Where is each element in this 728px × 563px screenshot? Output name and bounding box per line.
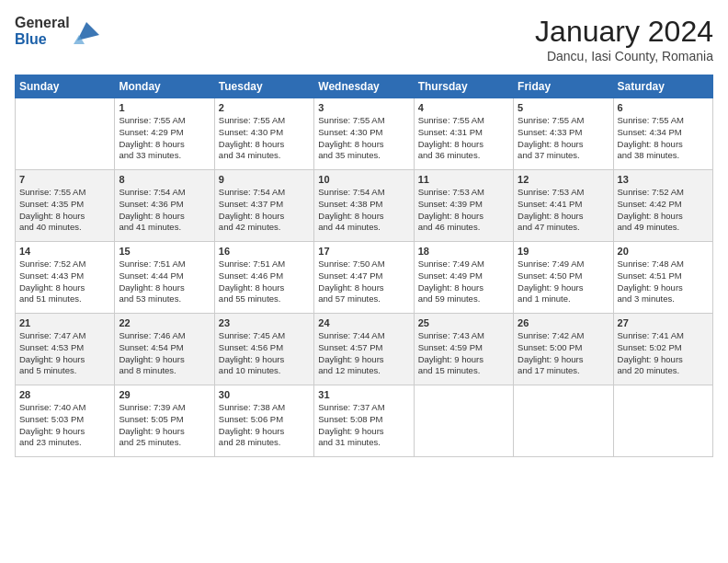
day-number: 24 <box>318 317 409 328</box>
calendar-cell: 3Sunrise: 7:55 AM Sunset: 4:30 PM Daylig… <box>314 98 414 170</box>
day-number: 1 <box>119 102 210 113</box>
location: Dancu, Iasi County, Romania <box>535 49 713 63</box>
calendar-cell <box>514 385 613 457</box>
calendar-cell: 12Sunrise: 7:53 AM Sunset: 4:41 PM Dayli… <box>514 170 613 242</box>
day-info: Sunrise: 7:47 AM Sunset: 4:53 PM Dayligh… <box>19 330 110 377</box>
day-info: Sunrise: 7:54 AM Sunset: 4:38 PM Dayligh… <box>318 187 409 234</box>
day-number: 13 <box>618 174 709 185</box>
calendar-week-5: 28Sunrise: 7:40 AM Sunset: 5:03 PM Dayli… <box>16 385 713 457</box>
day-number: 18 <box>418 246 509 257</box>
day-number: 25 <box>418 317 509 328</box>
day-info: Sunrise: 7:48 AM Sunset: 4:51 PM Dayligh… <box>618 259 709 305</box>
day-info: Sunrise: 7:52 AM Sunset: 4:43 PM Dayligh… <box>19 259 110 305</box>
day-number: 5 <box>518 102 609 113</box>
day-number: 10 <box>318 174 409 185</box>
logo-text-block: General Blue <box>15 15 99 48</box>
calendar-cell: 20Sunrise: 7:48 AM Sunset: 4:51 PM Dayli… <box>613 242 712 314</box>
calendar-cell: 22Sunrise: 7:46 AM Sunset: 4:54 PM Dayli… <box>115 314 214 385</box>
day-number: 16 <box>219 246 310 257</box>
calendar-cell <box>613 385 712 457</box>
col-monday: Monday <box>115 75 214 98</box>
day-info: Sunrise: 7:55 AM Sunset: 4:31 PM Dayligh… <box>418 115 509 162</box>
calendar-cell: 16Sunrise: 7:51 AM Sunset: 4:46 PM Dayli… <box>214 242 313 314</box>
day-info: Sunrise: 7:49 AM Sunset: 4:50 PM Dayligh… <box>518 259 609 305</box>
calendar-cell: 27Sunrise: 7:41 AM Sunset: 5:02 PM Dayli… <box>613 314 712 385</box>
calendar-cell <box>16 98 115 170</box>
day-number: 6 <box>618 102 709 113</box>
calendar-week-3: 14Sunrise: 7:52 AM Sunset: 4:43 PM Dayli… <box>16 242 713 314</box>
day-info: Sunrise: 7:45 AM Sunset: 4:56 PM Dayligh… <box>219 330 310 377</box>
calendar-cell: 18Sunrise: 7:49 AM Sunset: 4:49 PM Dayli… <box>414 242 513 314</box>
day-number: 21 <box>19 317 110 328</box>
calendar-cell: 1Sunrise: 7:55 AM Sunset: 4:29 PM Daylig… <box>115 98 214 170</box>
calendar-cell: 24Sunrise: 7:44 AM Sunset: 4:57 PM Dayli… <box>314 314 414 385</box>
calendar-cell: 6Sunrise: 7:55 AM Sunset: 4:34 PM Daylig… <box>613 98 712 170</box>
logo-wordmark: General Blue <box>15 15 70 48</box>
day-number: 2 <box>219 102 310 113</box>
day-info: Sunrise: 7:55 AM Sunset: 4:34 PM Dayligh… <box>618 115 709 162</box>
day-info: Sunrise: 7:44 AM Sunset: 4:57 PM Dayligh… <box>318 330 409 377</box>
day-number: 20 <box>618 246 709 257</box>
day-number: 23 <box>219 317 310 328</box>
day-info: Sunrise: 7:51 AM Sunset: 4:44 PM Dayligh… <box>119 259 210 305</box>
calendar-cell: 14Sunrise: 7:52 AM Sunset: 4:43 PM Dayli… <box>16 242 115 314</box>
header-row: Sunday Monday Tuesday Wednesday Thursday… <box>16 75 713 98</box>
calendar-cell: 31Sunrise: 7:37 AM Sunset: 5:08 PM Dayli… <box>314 385 414 457</box>
day-number: 19 <box>518 246 609 257</box>
calendar-week-4: 21Sunrise: 7:47 AM Sunset: 4:53 PM Dayli… <box>16 314 713 385</box>
calendar-cell: 5Sunrise: 7:55 AM Sunset: 4:33 PM Daylig… <box>514 98 613 170</box>
day-info: Sunrise: 7:55 AM Sunset: 4:35 PM Dayligh… <box>19 187 110 234</box>
calendar-cell: 4Sunrise: 7:55 AM Sunset: 4:31 PM Daylig… <box>414 98 513 170</box>
day-info: Sunrise: 7:50 AM Sunset: 4:47 PM Dayligh… <box>318 259 409 305</box>
calendar-cell: 25Sunrise: 7:43 AM Sunset: 4:59 PM Dayli… <box>414 314 513 385</box>
day-number: 17 <box>318 246 409 257</box>
day-info: Sunrise: 7:55 AM Sunset: 4:29 PM Dayligh… <box>119 115 210 162</box>
day-number: 27 <box>618 317 709 328</box>
logo-general: General <box>15 15 70 30</box>
calendar-cell: 26Sunrise: 7:42 AM Sunset: 5:00 PM Dayli… <box>514 314 613 385</box>
col-saturday: Saturday <box>613 75 712 98</box>
day-number: 3 <box>318 102 409 113</box>
main-container: General Blue January 2024 Dancu, Iasi Co… <box>0 0 728 563</box>
day-info: Sunrise: 7:55 AM Sunset: 4:33 PM Dayligh… <box>518 115 609 162</box>
day-info: Sunrise: 7:37 AM Sunset: 5:08 PM Dayligh… <box>318 402 409 449</box>
col-thursday: Thursday <box>414 75 513 98</box>
day-info: Sunrise: 7:55 AM Sunset: 4:30 PM Dayligh… <box>318 115 409 162</box>
day-number: 14 <box>19 246 110 257</box>
day-number: 9 <box>219 174 310 185</box>
calendar-cell: 29Sunrise: 7:39 AM Sunset: 5:05 PM Dayli… <box>115 385 214 457</box>
col-tuesday: Tuesday <box>214 75 313 98</box>
header: General Blue January 2024 Dancu, Iasi Co… <box>15 15 713 63</box>
day-info: Sunrise: 7:39 AM Sunset: 5:05 PM Dayligh… <box>119 402 210 449</box>
day-info: Sunrise: 7:43 AM Sunset: 4:59 PM Dayligh… <box>418 330 509 377</box>
calendar-cell <box>414 385 513 457</box>
day-info: Sunrise: 7:54 AM Sunset: 4:37 PM Dayligh… <box>219 187 310 234</box>
logo-blue: Blue <box>15 31 47 47</box>
calendar-table: Sunday Monday Tuesday Wednesday Thursday… <box>15 75 713 457</box>
day-info: Sunrise: 7:42 AM Sunset: 5:00 PM Dayligh… <box>518 330 609 377</box>
day-number: 26 <box>518 317 609 328</box>
calendar-cell: 30Sunrise: 7:38 AM Sunset: 5:06 PM Dayli… <box>214 385 313 457</box>
title-block: January 2024 Dancu, Iasi County, Romania <box>535 15 713 63</box>
calendar-cell: 15Sunrise: 7:51 AM Sunset: 4:44 PM Dayli… <box>115 242 214 314</box>
calendar-cell: 11Sunrise: 7:53 AM Sunset: 4:39 PM Dayli… <box>414 170 513 242</box>
day-number: 22 <box>119 317 210 328</box>
calendar-body: 1Sunrise: 7:55 AM Sunset: 4:29 PM Daylig… <box>16 98 713 457</box>
day-info: Sunrise: 7:38 AM Sunset: 5:06 PM Dayligh… <box>219 402 310 449</box>
month-title: January 2024 <box>535 15 713 49</box>
logo: General Blue <box>15 15 99 48</box>
day-number: 4 <box>418 102 509 113</box>
calendar-cell: 21Sunrise: 7:47 AM Sunset: 4:53 PM Dayli… <box>16 314 115 385</box>
day-info: Sunrise: 7:41 AM Sunset: 5:02 PM Dayligh… <box>618 330 709 377</box>
day-info: Sunrise: 7:54 AM Sunset: 4:36 PM Dayligh… <box>119 187 210 234</box>
calendar-cell: 9Sunrise: 7:54 AM Sunset: 4:37 PM Daylig… <box>214 170 313 242</box>
day-number: 30 <box>219 389 310 400</box>
calendar-cell: 7Sunrise: 7:55 AM Sunset: 4:35 PM Daylig… <box>16 170 115 242</box>
day-info: Sunrise: 7:49 AM Sunset: 4:49 PM Dayligh… <box>418 259 509 305</box>
calendar-cell: 2Sunrise: 7:55 AM Sunset: 4:30 PM Daylig… <box>214 98 313 170</box>
calendar-cell: 23Sunrise: 7:45 AM Sunset: 4:56 PM Dayli… <box>214 314 313 385</box>
logo-icon <box>74 18 99 44</box>
day-info: Sunrise: 7:55 AM Sunset: 4:30 PM Dayligh… <box>219 115 310 162</box>
calendar-cell: 8Sunrise: 7:54 AM Sunset: 4:36 PM Daylig… <box>115 170 214 242</box>
col-wednesday: Wednesday <box>314 75 414 98</box>
